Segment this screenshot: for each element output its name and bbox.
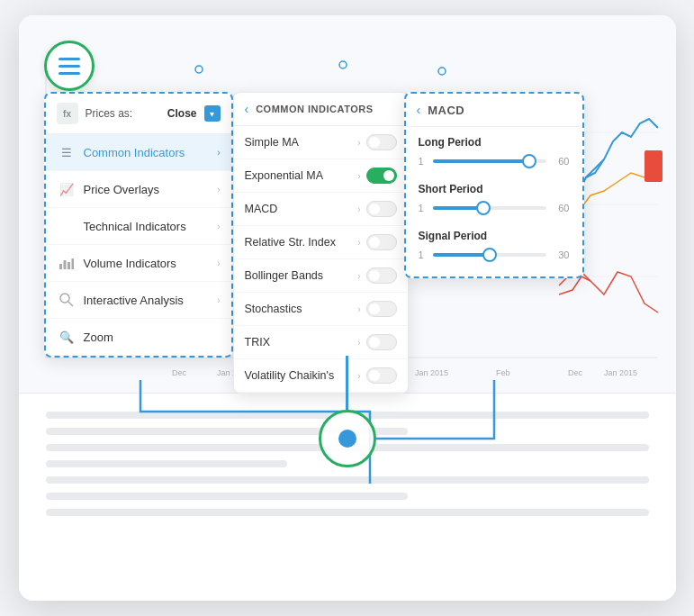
macd-long-period-section: Long Period 1 60 bbox=[406, 127, 582, 174]
common-indicators-icon: ☰ bbox=[57, 142, 77, 162]
chevron-right-icon-4: › bbox=[217, 258, 220, 268]
svg-point-16 bbox=[438, 68, 446, 75]
toggle-knob-trix bbox=[369, 337, 380, 348]
svg-text:Jan 2015: Jan 2015 bbox=[415, 368, 448, 377]
common-panel-back-button[interactable]: ‹ bbox=[245, 102, 249, 116]
toggle-stochastics[interactable] bbox=[366, 301, 397, 317]
macd-signal-period-label: Signal Period bbox=[419, 230, 570, 242]
macd-long-period-label: Long Period bbox=[419, 136, 570, 149]
sidebar-menu: fx Prices as: Close ▾ ☰ Common Indicator… bbox=[44, 92, 233, 358]
common-panel-header: ‹ COMMON INDICATORS bbox=[234, 93, 408, 126]
prices-icon: fx bbox=[57, 103, 78, 124]
sidebar-item-label-price-overlays: Price Overlays bbox=[84, 183, 211, 196]
svg-text:Dec: Dec bbox=[172, 368, 187, 377]
toggle-relative-str-index[interactable] bbox=[366, 234, 397, 250]
hamburger-line-1 bbox=[59, 58, 80, 60]
indicator-row-macd[interactable]: MACD › bbox=[234, 193, 408, 226]
sidebar-item-common-indicators[interactable]: ☰ Common Indicators › bbox=[46, 134, 231, 171]
cursor-inner-dot bbox=[338, 430, 356, 448]
prices-label: Prices as: bbox=[86, 107, 160, 120]
macd-signal-period-section: Signal Period 1 30 bbox=[406, 221, 582, 267]
indicator-row-simple-ma[interactable]: Simple MA › bbox=[234, 126, 408, 159]
slider-signal-min: 1 bbox=[419, 249, 428, 260]
doc-line bbox=[46, 460, 287, 467]
sidebar-item-price-overlays[interactable]: 📈 Price Overlays › bbox=[46, 171, 231, 208]
indicator-label-exponential-ma: Exponential MA bbox=[245, 169, 353, 182]
macd-panel-back-button[interactable]: ‹ bbox=[417, 103, 421, 117]
indicator-row-relative-str-index[interactable]: Relative Str. Index › bbox=[234, 226, 408, 259]
macd-panel-header: ‹ MACD bbox=[406, 94, 582, 127]
slider-long-min: 1 bbox=[419, 156, 428, 167]
slider-signal-fill bbox=[433, 253, 490, 257]
toggle-knob-stochastics bbox=[369, 303, 380, 314]
sidebar-item-label-volume-indicators: Volume Indicators bbox=[84, 257, 211, 270]
macd-long-period-slider-row: 1 60 bbox=[419, 156, 570, 167]
toggle-knob-exponential-ma bbox=[383, 170, 394, 181]
prices-value: Close bbox=[167, 107, 197, 120]
macd-short-period-label: Short Period bbox=[419, 183, 570, 195]
slider-short-max: 60 bbox=[552, 203, 570, 213]
common-panel-title: COMMON INDICATORS bbox=[256, 104, 373, 114]
sidebar-item-technical-indicators[interactable]: Technical Indicators › bbox=[46, 208, 231, 245]
cursor-outer-ring bbox=[319, 410, 376, 467]
indicator-label-bollinger-bands: Bollinger Bands bbox=[245, 269, 353, 282]
chevron-icon-simple-ma: › bbox=[357, 138, 360, 148]
slider-short-thumb[interactable] bbox=[476, 201, 491, 215]
svg-rect-18 bbox=[63, 260, 66, 269]
indicator-row-exponential-ma[interactable]: Exponential MA › bbox=[234, 159, 408, 193]
svg-line-22 bbox=[68, 302, 73, 306]
chevron-icon-macd: › bbox=[357, 204, 360, 214]
sidebar-item-label-common-indicators: Common Indicators bbox=[84, 146, 211, 159]
slider-short-track[interactable] bbox=[433, 206, 546, 210]
toggle-bollinger-bands[interactable] bbox=[366, 267, 397, 284]
toggle-knob-bollinger-bands bbox=[369, 270, 380, 281]
sidebar-item-zoom[interactable]: 🔍 Zoom bbox=[46, 319, 231, 356]
hamburger-menu-button[interactable] bbox=[44, 41, 95, 91]
hamburger-line-2 bbox=[59, 65, 80, 68]
svg-text:Jan 2015: Jan 2015 bbox=[604, 368, 637, 377]
chevron-icon-bollinger-bands: › bbox=[357, 271, 360, 281]
sidebar-item-label-interactive-analysis: Interactive Analysis bbox=[84, 294, 211, 307]
macd-panel: ‹ MACD Long Period 1 60 Short Period 1 bbox=[404, 92, 584, 278]
svg-point-21 bbox=[60, 294, 69, 303]
toggle-knob-relative-str-index bbox=[369, 237, 380, 248]
prices-selector[interactable]: fx Prices as: Close ▾ bbox=[46, 94, 231, 134]
zoom-icon: 🔍 bbox=[57, 327, 77, 347]
slider-signal-max: 30 bbox=[552, 249, 570, 260]
slider-signal-track[interactable] bbox=[433, 253, 546, 257]
sidebar-item-interactive-analysis[interactable]: Interactive Analysis › bbox=[46, 282, 231, 319]
chevron-icon-relative-str-index: › bbox=[357, 238, 360, 248]
cursor-connector-line bbox=[346, 356, 348, 410]
slider-long-fill bbox=[433, 159, 529, 163]
slider-short-min: 1 bbox=[419, 203, 428, 213]
prices-dropdown-icon[interactable]: ▾ bbox=[204, 105, 221, 122]
slider-long-thumb[interactable] bbox=[522, 154, 536, 168]
toggle-macd[interactable] bbox=[366, 201, 397, 217]
slider-long-track[interactable] bbox=[433, 159, 546, 163]
macd-signal-period-slider-row: 1 30 bbox=[419, 249, 570, 260]
common-indicators-panel: ‹ COMMON INDICATORS Simple MA › Exponent… bbox=[233, 92, 409, 394]
toggle-simple-ma[interactable] bbox=[366, 134, 397, 150]
doc-line bbox=[46, 476, 649, 484]
svg-point-14 bbox=[195, 66, 203, 73]
interactive-analysis-icon bbox=[57, 290, 77, 310]
sidebar-item-volume-indicators[interactable]: Volume Indicators › bbox=[46, 245, 231, 282]
svg-text:Feb: Feb bbox=[496, 368, 510, 377]
indicator-label-stochastics: Stochastics bbox=[245, 303, 353, 315]
sidebar-item-label-technical-indicators: Technical Indicators bbox=[84, 220, 211, 233]
chevron-right-icon-3: › bbox=[217, 222, 220, 231]
chevron-right-icon-2: › bbox=[217, 185, 220, 195]
toggle-trix[interactable] bbox=[366, 334, 397, 350]
macd-panel-title: MACD bbox=[428, 104, 464, 117]
chevron-icon-stochastics: › bbox=[357, 304, 360, 314]
svg-point-15 bbox=[339, 61, 347, 68]
indicator-row-stochastics[interactable]: Stochastics › bbox=[234, 293, 408, 326]
toggle-knob-simple-ma bbox=[369, 137, 380, 148]
main-container: Dec Jan 2013 Feb Dec Jan 2015 Feb Dec Ja… bbox=[19, 15, 676, 601]
interactive-cursor[interactable] bbox=[319, 356, 376, 467]
toggle-exponential-ma[interactable] bbox=[366, 168, 397, 184]
slider-signal-thumb[interactable] bbox=[482, 248, 497, 262]
macd-short-period-section: Short Period 1 60 bbox=[406, 174, 582, 221]
indicator-row-bollinger-bands[interactable]: Bollinger Bands › bbox=[234, 259, 408, 293]
indicator-row-trix[interactable]: TRIX › bbox=[234, 326, 408, 359]
